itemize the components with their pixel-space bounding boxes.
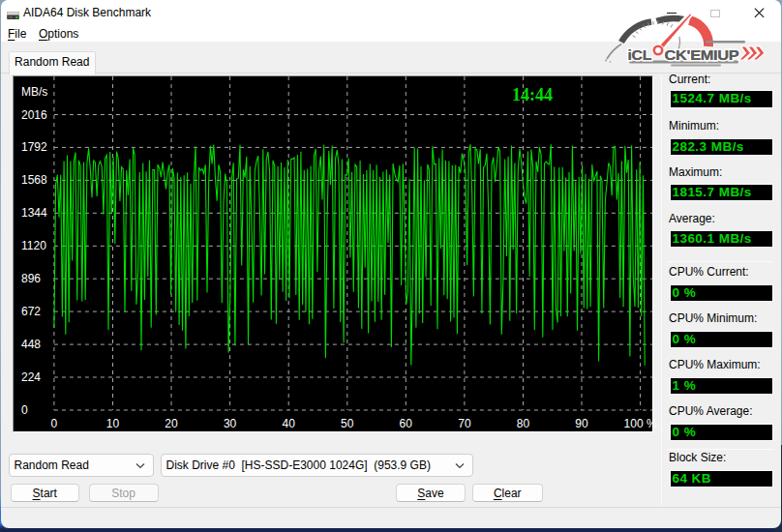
svg-text:iCL: iCL (628, 46, 652, 63)
svg-text:CK'EMIUP: CK'EMIUP (665, 46, 739, 63)
